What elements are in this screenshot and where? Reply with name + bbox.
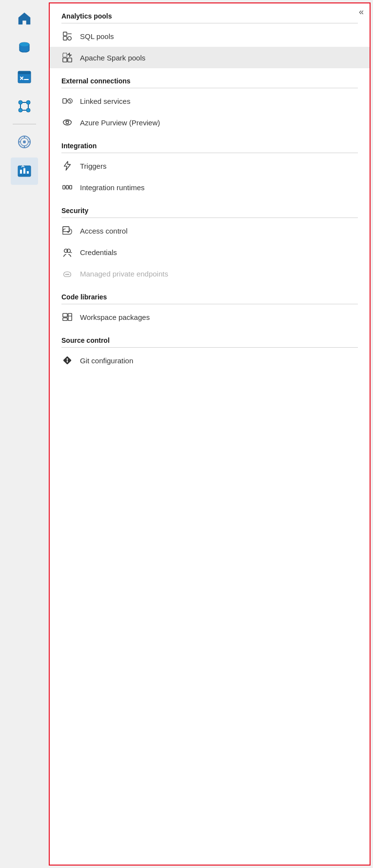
svg-point-8: [26, 100, 30, 104]
svg-point-46: [67, 274, 68, 275]
svg-rect-32: [68, 58, 72, 62]
managed-private-endpoints-item: Managed private endpoints: [50, 263, 370, 284]
external-connections-header: External connections: [50, 68, 370, 88]
integration-runtimes-label: Integration runtimes: [80, 183, 145, 192]
git-configuration-item[interactable]: Git configuration: [50, 350, 370, 371]
svg-rect-50: [68, 314, 72, 321]
sidebar-icon-integrate[interactable]: [11, 93, 38, 120]
linked-services-icon: [61, 95, 73, 107]
svg-rect-38: [66, 185, 69, 189]
svg-point-1: [20, 42, 29, 46]
apache-spark-pools-item[interactable]: Apache Spark pools: [50, 47, 370, 68]
security-divider: [61, 217, 358, 218]
credentials-item[interactable]: Credentials: [50, 241, 370, 263]
svg-rect-27: [63, 32, 67, 36]
analytics-pools-divider: [61, 23, 358, 23]
workspace-packages-item[interactable]: Workspace packages: [50, 306, 370, 328]
sidebar-icon-data[interactable]: [11, 34, 38, 61]
sql-pools-label: SQL pools: [80, 32, 114, 40]
data-icon: [17, 40, 32, 56]
code-libraries-section: Code libraries Workspace packages: [50, 284, 370, 328]
svg-rect-28: [63, 37, 67, 40]
svg-point-10: [26, 108, 30, 112]
svg-point-45: [65, 274, 67, 275]
sidebar-icon-develop[interactable]: [11, 63, 38, 91]
credentials-label: Credentials: [80, 248, 117, 256]
svg-point-9: [19, 108, 22, 112]
code-libraries-header: Code libraries: [50, 284, 370, 304]
svg-point-53: [67, 358, 68, 360]
azure-purview-item[interactable]: Azure Purview (Preview): [50, 112, 370, 133]
source-control-section: Source control Git configuration: [50, 328, 370, 371]
git-configuration-label: Git configuration: [80, 356, 133, 365]
runtime-icon: [61, 181, 73, 193]
external-connections-section: External connections Linked services: [50, 68, 370, 133]
svg-point-47: [68, 274, 69, 275]
svg-rect-49: [63, 318, 67, 321]
security-section: Security Access control: [50, 198, 370, 284]
code-libraries-divider: [61, 304, 358, 304]
analytics-pools-header: Analytics pools: [50, 3, 370, 23]
home-icon: [17, 11, 32, 26]
svg-rect-37: [63, 185, 65, 189]
managed-private-endpoints-label: Managed private endpoints: [80, 270, 168, 278]
sidebar-icon-home[interactable]: [11, 5, 38, 32]
integration-section: Integration Triggers Integ: [50, 133, 370, 198]
external-connections-divider: [61, 88, 358, 88]
workspace-packages-label: Workspace packages: [80, 313, 150, 321]
source-control-header: Source control: [50, 328, 370, 347]
svg-rect-48: [63, 314, 67, 317]
managed-endpoints-icon: [61, 268, 73, 279]
svg-rect-24: [23, 168, 25, 174]
develop-icon: [17, 69, 32, 85]
svg-rect-33: [63, 99, 66, 103]
integration-divider: [61, 153, 358, 153]
integrate-icon: [17, 99, 32, 114]
workspace-packages-icon: [61, 311, 73, 323]
apache-spark-pools-label: Apache Spark pools: [80, 54, 145, 62]
collapse-button[interactable]: «: [359, 7, 364, 16]
access-control-icon: [61, 225, 73, 237]
source-control-divider: [61, 347, 358, 348]
svg-point-29: [68, 37, 71, 40]
credentials-icon: [61, 246, 73, 258]
svg-point-35: [63, 120, 72, 125]
svg-point-17: [23, 140, 26, 143]
git-icon: [61, 355, 73, 366]
svg-rect-30: [63, 53, 67, 57]
integration-header: Integration: [50, 133, 370, 153]
integration-runtimes-item[interactable]: Integration runtimes: [50, 177, 370, 198]
svg-rect-23: [20, 170, 22, 174]
sidebar: [0, 0, 49, 868]
access-control-label: Access control: [80, 227, 128, 235]
manage-icon: [17, 163, 32, 179]
security-header: Security: [50, 198, 370, 217]
svg-rect-3: [18, 71, 31, 74]
sidebar-divider: [13, 124, 36, 124]
svg-point-54: [67, 361, 68, 362]
svg-point-44: [67, 249, 70, 253]
svg-rect-31: [63, 58, 67, 62]
linked-services-label: Linked services: [80, 97, 130, 105]
access-control-item[interactable]: Access control: [50, 220, 370, 241]
analytics-pools-section: Analytics pools SQL pools: [50, 3, 370, 68]
sidebar-icon-monitor[interactable]: [11, 128, 38, 156]
triggers-item[interactable]: Triggers: [50, 155, 370, 177]
svg-point-7: [19, 100, 22, 104]
azure-purview-label: Azure Purview (Preview): [80, 118, 160, 127]
triggers-label: Triggers: [80, 162, 106, 170]
sidebar-icon-manage[interactable]: [11, 158, 38, 185]
svg-rect-39: [70, 185, 72, 189]
spark-pool-icon: [61, 52, 73, 63]
sql-pools-item[interactable]: SQL pools: [50, 25, 370, 47]
main-panel: « Analytics pools SQL pools: [49, 2, 371, 866]
trigger-icon: [61, 160, 73, 172]
linked-services-item[interactable]: Linked services: [50, 90, 370, 112]
monitor-icon: [17, 134, 32, 150]
purview-icon: [61, 117, 73, 128]
svg-point-36: [66, 121, 69, 124]
sql-pool-icon: [61, 30, 73, 42]
svg-rect-25: [27, 171, 29, 174]
